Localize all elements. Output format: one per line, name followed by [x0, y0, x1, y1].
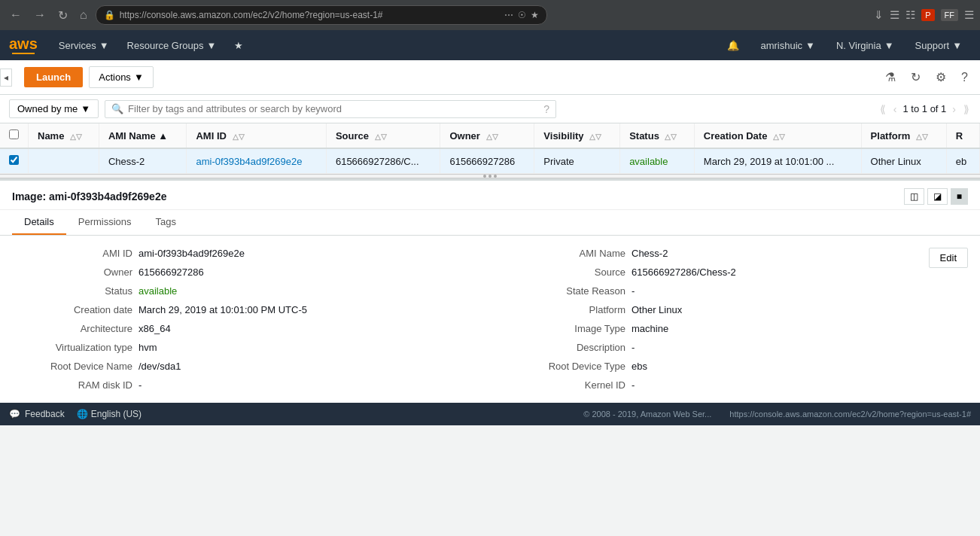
col-status[interactable]: Status △▽: [620, 123, 695, 148]
resource-groups-chevron-icon: ▼: [206, 40, 216, 51]
pocket-icon[interactable]: P: [921, 9, 934, 21]
reader-icon[interactable]: ☷: [905, 8, 915, 22]
url-text: https://console.aws.amazon.com/ec2/v2/ho…: [120, 10, 500, 20]
detail-row: RAM disk ID -: [12, 379, 475, 391]
detail-tab-permissions[interactable]: Permissions: [66, 210, 144, 235]
detail-field-value: x86_64: [138, 323, 171, 334]
region-nav-item[interactable]: N. Virginia ▼: [827, 30, 903, 60]
user-label: amrishuic: [760, 40, 802, 51]
detail-grid: AMI ID ami-0f393b4ad9f269e2e Owner 61566…: [12, 248, 968, 391]
table-header-row: Name △▽ AMI Name ▲ AMI ID △▽ Source △▽ O…: [0, 123, 980, 148]
download-icon[interactable]: ⇓: [874, 8, 884, 22]
flask-icon[interactable]: ⚗: [882, 67, 899, 87]
col-owner[interactable]: Owner △▽: [440, 123, 534, 148]
star-nav-item[interactable]: ★: [225, 30, 252, 60]
status-sort-icon: △▽: [665, 132, 677, 141]
footer-language[interactable]: 🌐 English (US): [77, 409, 142, 419]
col-ami-name[interactable]: AMI Name ▲: [99, 123, 187, 148]
detail-row: Architecture x86_64: [12, 323, 475, 334]
detail-section-left: AMI ID ami-0f393b4ad9f269e2e Owner 61566…: [12, 248, 475, 391]
pagination-next-button[interactable]: ›: [951, 102, 957, 117]
menu-icon[interactable]: ☰: [964, 8, 974, 22]
col-source[interactable]: Source △▽: [326, 123, 440, 148]
firefox-icon[interactable]: FF: [941, 9, 958, 21]
detail-field-value: machine: [632, 323, 668, 334]
select-all-header[interactable]: [0, 123, 29, 148]
detail-row: AMI Name Chess-2: [505, 248, 968, 259]
pagination-prev-button[interactable]: ‹: [892, 102, 899, 117]
services-nav-item[interactable]: Services ▼: [50, 30, 118, 60]
platform-sort-icon: △▽: [916, 132, 928, 141]
select-all-checkbox[interactable]: [9, 129, 19, 139]
bookmark-icon: ☉: [518, 10, 526, 20]
detail-view-split-bottom-button[interactable]: ◪: [927, 188, 948, 205]
globe-icon: 🌐: [77, 409, 88, 419]
detail-field-label: Architecture: [12, 323, 132, 334]
table-row[interactable]: Chess-2 ami-0f393b4ad9f269e2e 6156669272…: [0, 148, 980, 174]
bell-nav-item[interactable]: 🔔: [718, 30, 748, 60]
col-ami-id[interactable]: AMI ID △▽: [187, 123, 326, 148]
col-visibility[interactable]: Visibility △▽: [534, 123, 620, 148]
filter-input[interactable]: [128, 103, 539, 114]
detail-field-value: -: [632, 285, 635, 297]
row-checkbox-cell[interactable]: [0, 148, 29, 174]
bookmarks-icon[interactable]: ☰: [890, 8, 899, 22]
collapse-button[interactable]: ◂: [0, 69, 12, 87]
aws-logo-text: aws: [9, 36, 38, 51]
services-chevron-icon: ▼: [99, 40, 109, 51]
user-nav-item[interactable]: amrishuic ▼: [751, 30, 824, 60]
url-bar[interactable]: 🔒 https://console.aws.amazon.com/ec2/v2/…: [96, 5, 547, 25]
row-checkbox[interactable]: [9, 155, 19, 165]
detail-field-value: 615666927286/Chess-2: [632, 266, 736, 278]
pagination-text: 1 to 1 of 1: [903, 103, 947, 114]
settings-icon[interactable]: ⚙: [933, 67, 949, 87]
support-nav-item[interactable]: Support ▼: [906, 30, 971, 60]
detail-tab-details[interactable]: Details: [12, 210, 66, 235]
visibility-sort-icon: △▽: [589, 132, 601, 141]
refresh-icon[interactable]: ↻: [908, 67, 924, 87]
ami-table: Name △▽ AMI Name ▲ AMI ID △▽ Source △▽ O…: [0, 123, 980, 174]
resize-dots: [483, 175, 497, 178]
pagination-last-button[interactable]: ⟫: [962, 102, 971, 117]
detail-field-label: RAM disk ID: [12, 379, 132, 391]
detail-tab-tags[interactable]: Tags: [144, 210, 188, 235]
col-creation-date[interactable]: Creation Date △▽: [694, 123, 861, 148]
region-label: N. Virginia: [836, 40, 881, 51]
forward-button[interactable]: →: [30, 7, 50, 23]
detail-view-split-top-button[interactable]: ◫: [904, 188, 924, 205]
detail-row: AMI ID ami-0f393b4ad9f269e2e: [12, 248, 475, 259]
owned-by-filter[interactable]: Owned by me ▼: [9, 99, 99, 118]
home-button[interactable]: ⌂: [76, 7, 91, 23]
detail-section-right: AMI Name Chess-2 Source 615666927286/Che…: [505, 248, 968, 391]
edit-button[interactable]: Edit: [929, 248, 968, 268]
row-ami-id: ami-0f393b4ad9f269e2e: [187, 148, 326, 174]
aws-logo[interactable]: aws: [9, 36, 38, 54]
services-label: Services: [59, 40, 96, 51]
detail-view-full-button[interactable]: ■: [951, 188, 968, 205]
reload-button[interactable]: ↻: [54, 7, 72, 24]
detail-field-value: -: [138, 379, 142, 391]
back-button[interactable]: ←: [6, 7, 26, 23]
detail-panel: Image: ami-0f393b4ad9f269e2e ◫ ◪ ■ Detai…: [0, 178, 980, 403]
chat-icon: 💬: [9, 409, 20, 419]
filter-help-icon[interactable]: ?: [543, 103, 549, 115]
detail-field-label: Root Device Name: [12, 361, 132, 372]
detail-title: Image: ami-0f393b4ad9f269e2e: [12, 190, 166, 203]
actions-button[interactable]: Actions ▼: [89, 66, 154, 88]
resource-groups-nav-item[interactable]: Resource Groups ▼: [118, 30, 226, 60]
pagination-first-button[interactable]: ⟪: [878, 102, 887, 117]
detail-field-value: available: [138, 285, 177, 297]
launch-button[interactable]: Launch: [24, 67, 83, 87]
detail-field-label: Image Type: [505, 323, 625, 334]
owned-by-label: Owned by me: [17, 103, 78, 114]
col-name[interactable]: Name △▽: [29, 123, 99, 148]
detail-field-label: State Reason: [505, 285, 625, 297]
row-name: [29, 148, 99, 174]
detail-field-value: 615666927286: [138, 266, 204, 278]
footer-url: https://console.aws.amazon.com/ec2/v2/ho…: [729, 410, 971, 419]
detail-field-value: ami-0f393b4ad9f269e2e: [138, 248, 245, 259]
footer-feedback[interactable]: 💬 Feedback: [9, 409, 65, 419]
col-platform[interactable]: Platform △▽: [861, 123, 946, 148]
help-icon[interactable]: ?: [958, 68, 971, 87]
browser-chrome: ← → ↻ ⌂ 🔒 https://console.aws.amazon.com…: [0, 0, 980, 30]
